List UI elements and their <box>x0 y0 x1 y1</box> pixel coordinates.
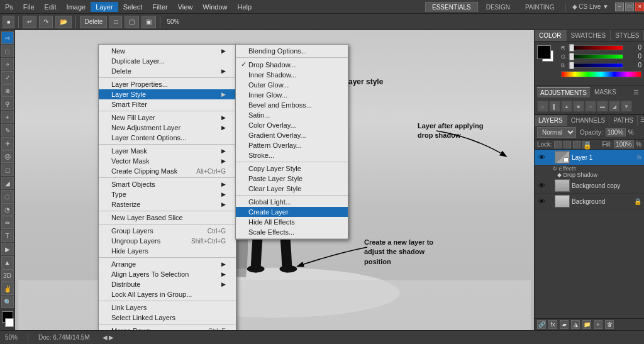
menu-group[interactable]: Group LayersCtrl+G <box>99 226 236 236</box>
sub-inner-shadow[interactable]: Inner Shadow... <box>236 70 348 80</box>
adj-icon-3[interactable]: ▲ <box>561 101 572 112</box>
layer-row-1[interactable]: 👁 Layer 1 fx <box>535 150 644 165</box>
sub-stroke[interactable]: Stroke... <box>236 150 348 160</box>
close-btn[interactable]: ✕ <box>635 3 644 11</box>
menu-distribute[interactable]: Distribute▶ <box>99 279 236 289</box>
layer-fx-btn[interactable]: fx <box>548 320 557 329</box>
menu-layer-content[interactable]: Layer Content Options... <box>99 133 236 143</box>
sub-blending[interactable]: Blending Options... <box>236 46 348 56</box>
adj-icon-5[interactable]: ○ <box>585 101 596 112</box>
tool-history[interactable]: ☹ <box>1 150 14 163</box>
sub-copy-style[interactable]: Copy Layer Style <box>236 164 348 174</box>
sub-scale-effects[interactable]: Scale Effects... <box>236 227 348 237</box>
tool-options[interactable]: ■ <box>3 16 14 28</box>
menu-new[interactable]: New▶ <box>99 46 236 56</box>
menu-smart-filter[interactable]: Smart Filter <box>99 99 236 109</box>
menu-align[interactable]: Align Layers To Selection▶ <box>99 269 236 279</box>
layer-row-3[interactable]: 👁 Background 🔒 <box>535 194 644 209</box>
tool-3d[interactable]: 3D <box>1 269 14 282</box>
layer-mask-btn[interactable]: ▰ <box>560 320 569 329</box>
layer-eye-3[interactable]: 👁 <box>537 197 546 206</box>
menu-layer-mask[interactable]: Layer Mask▶ <box>99 146 236 156</box>
tb-transform3[interactable]: ▣ <box>142 16 156 28</box>
menu-new-adj[interactable]: New Adjustment Layer▶ <box>99 123 236 133</box>
cs-live-btn[interactable]: ◆ CS Live ▼ <box>570 3 611 10</box>
layer-eye-2[interactable]: 👁 <box>537 181 546 190</box>
tb-redo[interactable]: ↷ <box>39 16 53 28</box>
tab-masks[interactable]: MASKS <box>591 87 619 97</box>
tb-del[interactable]: Delete <box>80 16 107 28</box>
adj-icon-4[interactable]: ■ <box>573 101 584 112</box>
menu-view[interactable]: View <box>173 2 198 12</box>
layer-adj-btn[interactable]: ◮ <box>571 320 580 329</box>
fill-input[interactable] <box>614 140 634 148</box>
adj-icon-6[interactable]: ▬ <box>597 101 608 112</box>
menu-file[interactable]: File <box>18 2 40 12</box>
tool-eraser[interactable]: ◻ <box>1 164 14 176</box>
menu-help[interactable]: Help <box>232 2 257 12</box>
lock-position[interactable] <box>573 141 580 148</box>
tool-magic[interactable]: ✓ <box>1 71 14 84</box>
menu-smart-objects[interactable]: Smart Objects▶ <box>99 179 236 189</box>
menu-merge-down[interactable]: Merge DownCtrl+E <box>99 326 236 330</box>
sub-satin[interactable]: Satin... <box>236 110 348 120</box>
tool-dodge[interactable]: ◔ <box>1 203 14 216</box>
menu-type[interactable]: Type▶ <box>99 189 236 199</box>
menu-lock-all[interactable]: Lock All Layers in Group... <box>99 289 236 299</box>
tool-path[interactable]: ▶ <box>1 243 14 255</box>
sub-create-layer[interactable]: Create Layer <box>236 207 348 217</box>
menu-layer-style[interactable]: Layer Style▶ <box>99 89 236 99</box>
sub-gradient-overlay[interactable]: Gradient Overlay... <box>236 130 348 140</box>
menu-edit[interactable]: Edit <box>40 2 62 12</box>
tool-hand[interactable]: ✌ <box>1 282 14 295</box>
menu-delete[interactable]: Delete▶ <box>99 66 236 76</box>
tool-move[interactable]: ⇨ <box>1 31 14 44</box>
tool-blur[interactable]: ◌ <box>1 190 14 203</box>
tb-undo[interactable]: ↵ <box>23 16 36 28</box>
tool-crop[interactable]: ⊗ <box>1 84 14 97</box>
menu-clipping-mask[interactable]: Create Clipping MaskAlt+Ctrl+G <box>99 166 236 176</box>
ws-design[interactable]: DESIGN <box>479 2 517 12</box>
adj-icon-1[interactable]: ☼ <box>537 101 548 112</box>
tab-color[interactable]: COLOR <box>535 30 567 41</box>
fg-swatch[interactable] <box>537 45 551 59</box>
sub-outer-glow[interactable]: Outer Glow... <box>236 80 348 90</box>
sub-paste-style[interactable]: Paste Layer Style <box>236 174 348 184</box>
tool-brush[interactable]: ✎ <box>1 124 14 136</box>
adj-icon-8[interactable]: ▼ <box>621 101 632 112</box>
r-slider[interactable] <box>569 45 623 50</box>
layer-folder-btn[interactable]: 📁 <box>582 320 591 329</box>
sub-color-overlay[interactable]: Color Overlay... <box>236 120 348 130</box>
adj-icon-2[interactable]: ▌ <box>549 101 560 112</box>
lock-all-icon[interactable]: 🔒 <box>582 141 590 148</box>
tab-paths[interactable]: PATHS <box>609 115 638 126</box>
sub-global-light[interactable]: Global Light... <box>236 197 348 207</box>
b-thumb[interactable] <box>569 62 574 69</box>
tool-text[interactable]: T <box>1 230 14 242</box>
sub-inner-glow[interactable]: Inner Glow... <box>236 90 348 100</box>
tb-transform1[interactable]: □ <box>109 16 122 28</box>
lock-transparent[interactable] <box>554 141 562 148</box>
tool-eyedropper[interactable]: ⚲ <box>1 97 14 110</box>
menu-arrange[interactable]: Arrange▶ <box>99 259 236 269</box>
sub-pattern-overlay[interactable]: Pattern Overlay... <box>236 140 348 150</box>
menu-duplicate[interactable]: Duplicate Layer... <box>99 56 236 66</box>
b-slider[interactable] <box>569 63 623 68</box>
maximize-btn[interactable]: □ <box>625 3 634 11</box>
blend-mode-select[interactable]: Normal Multiply Screen <box>537 127 576 138</box>
tab-styles[interactable]: STYLES <box>611 30 644 41</box>
background-color[interactable] <box>5 318 14 327</box>
tool-pen[interactable]: ✏ <box>1 216 14 229</box>
lock-image[interactable] <box>564 141 571 148</box>
menu-vector-mask[interactable]: Vector Mask▶ <box>99 156 236 166</box>
menu-slice[interactable]: New Layer Based Slice <box>99 213 236 223</box>
tb-transform2[interactable]: ▢ <box>125 16 139 28</box>
minimize-btn[interactable]: − <box>615 3 624 11</box>
tab-layers[interactable]: LAYERS <box>535 115 567 126</box>
adj-icon-7[interactable]: ◢ <box>609 101 620 112</box>
layer-row-2[interactable]: 👁 Background copy <box>535 178 644 194</box>
menu-link[interactable]: Link Layers <box>99 302 236 313</box>
menu-window[interactable]: Window <box>197 2 232 12</box>
menu-layer-props[interactable]: Layer Properties... <box>99 79 236 89</box>
tool-gradient[interactable]: ◢ <box>1 177 14 189</box>
